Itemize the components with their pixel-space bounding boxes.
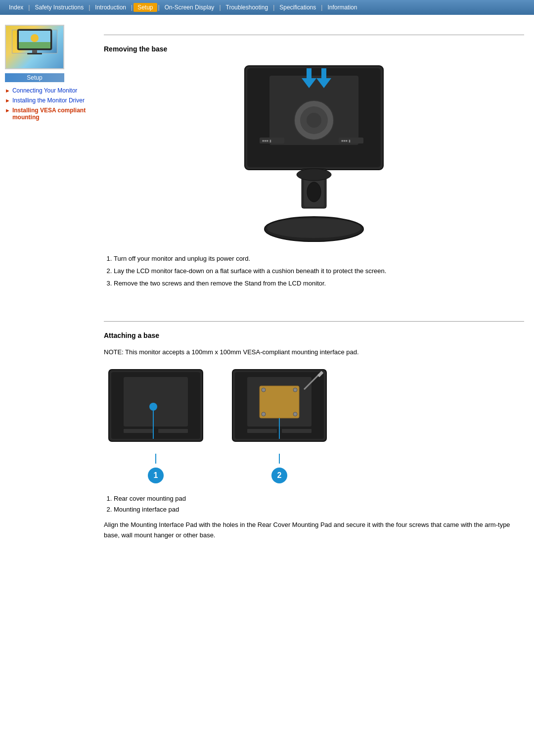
svg-text:■■■ ▮: ■■■ ▮ <box>262 139 271 142</box>
item-2: Mounting interface pad <box>114 504 524 515</box>
removing-base-title: Removing the base <box>104 45 524 53</box>
nav-sep-3: | <box>130 4 134 11</box>
arrow-icon-3: ► <box>5 107 10 113</box>
nav-sep-5: | <box>218 4 222 11</box>
sidebar: Setup ► Connecting Your Monitor ► Instal… <box>5 25 94 541</box>
sidebar-link-driver[interactable]: ► Installing the Monitor Driver <box>5 97 89 104</box>
monitor-base-image-2 <box>227 367 331 454</box>
svg-rect-26 <box>124 377 188 426</box>
main-layout: Setup ► Connecting Your Monitor ► Instal… <box>0 15 534 551</box>
vesa-link[interactable]: Installing VESA compliant mounting <box>12 107 89 121</box>
attaching-base-title: Attaching a base <box>104 331 524 339</box>
vesa-note: NOTE: This monitor accepts a 100mm x 100… <box>104 347 524 357</box>
nav-intro[interactable]: Introduction <box>91 3 130 12</box>
nav-sep-2: | <box>88 4 91 11</box>
attaching-images-row: 1 <box>104 367 524 483</box>
attaching-items-list: Rear cover mounting pad Mounting interfa… <box>114 493 524 515</box>
svg-point-13 <box>307 113 321 128</box>
svg-point-29 <box>149 403 157 411</box>
nav-index[interactable]: Index <box>5 3 27 12</box>
svg-rect-2 <box>19 42 50 48</box>
nav-specs[interactable]: Specifications <box>275 3 320 12</box>
middle-divider <box>104 321 524 322</box>
step-1: Turn off your monitor and unplug its pow… <box>114 254 524 264</box>
monitor-back-image: ■■■ ▮ ■■■ ▮ <box>104 61 524 244</box>
svg-point-35 <box>262 388 266 392</box>
arrow-icon-1: ► <box>5 88 10 94</box>
svg-rect-5 <box>27 53 42 54</box>
driver-link[interactable]: Installing the Monitor Driver <box>12 97 85 104</box>
svg-rect-27 <box>124 429 153 433</box>
nav-osd[interactable]: On-Screen Display <box>161 3 219 12</box>
arrow-icon-2: ► <box>5 97 10 103</box>
nav-sep-4: | <box>157 4 161 11</box>
navigation-bar: Index | Safety Instructions | Introducti… <box>0 0 534 15</box>
circle-2: 2 <box>271 468 287 483</box>
svg-point-21 <box>307 182 321 202</box>
nav-troubleshoot[interactable]: Troubleshooting <box>222 3 272 12</box>
svg-point-37 <box>262 412 266 416</box>
nav-sep-1: | <box>27 4 31 11</box>
nav-sep-7: | <box>320 4 323 11</box>
monitor-base-image-1 <box>104 367 208 454</box>
step-3: Remove the two screws and then remove th… <box>114 279 524 289</box>
svg-point-20 <box>297 169 331 181</box>
item-1: Rear cover mounting pad <box>114 493 524 504</box>
image-1-container: 1 <box>104 367 208 483</box>
monitor-back-svg: ■■■ ▮ ■■■ ▮ <box>230 61 398 244</box>
brand-logo <box>5 25 64 69</box>
svg-text:■■■ ▮: ■■■ ▮ <box>341 139 351 142</box>
removing-steps-list: Turn off your monitor and unplug its pow… <box>114 254 524 288</box>
svg-point-36 <box>293 388 297 392</box>
svg-rect-42 <box>282 429 312 433</box>
content-area: Removing the base ■■■ ▮ ■■■ <box>94 25 524 541</box>
nav-setup[interactable]: Setup <box>134 3 157 12</box>
svg-point-38 <box>293 412 297 416</box>
top-divider <box>104 35 524 35</box>
sidebar-link-vesa[interactable]: ► Installing VESA compliant mounting <box>5 107 89 121</box>
step-2: Lay the LCD monitor face-down on a flat … <box>114 266 524 277</box>
image-2-container: 2 <box>227 367 331 483</box>
setup-label: Setup <box>5 73 64 82</box>
svg-rect-4 <box>32 50 37 53</box>
circle-1: 1 <box>148 468 164 483</box>
svg-rect-41 <box>247 429 277 433</box>
connecting-link[interactable]: Connecting Your Monitor <box>12 87 77 94</box>
nav-safety[interactable]: Safety Instructions <box>31 3 88 12</box>
nav-info[interactable]: Information <box>323 3 361 12</box>
align-description: Align the Mounting Interface Pad with th… <box>104 520 524 541</box>
svg-point-3 <box>31 34 39 42</box>
nav-sep-6: | <box>272 4 275 11</box>
svg-rect-28 <box>158 429 188 433</box>
svg-point-23 <box>267 218 361 238</box>
sidebar-link-connecting[interactable]: ► Connecting Your Monitor <box>5 87 89 94</box>
